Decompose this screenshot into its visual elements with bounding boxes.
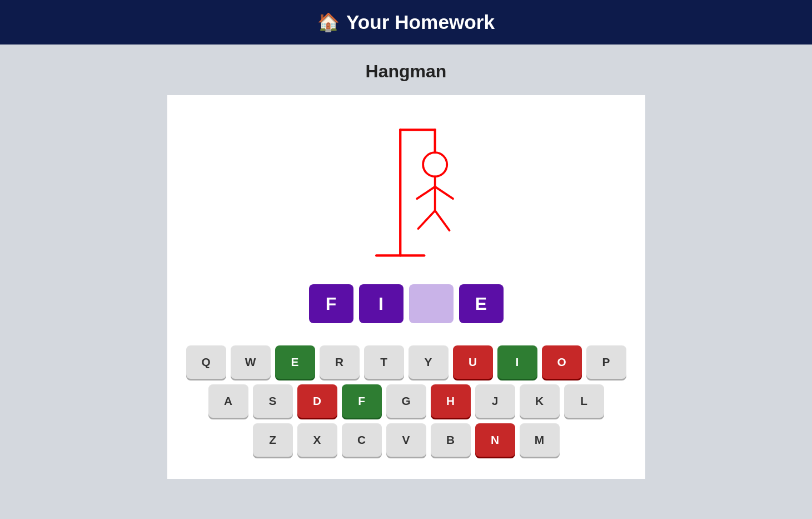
key-c[interactable]: C	[342, 423, 382, 457]
key-q[interactable]: Q	[186, 345, 226, 379]
key-k[interactable]: K	[520, 384, 560, 418]
keyboard-row-1: ASDFGHJKL	[208, 384, 604, 418]
key-t[interactable]: T	[364, 345, 404, 379]
app-title: Your Homework	[346, 11, 495, 33]
svg-line-9	[435, 211, 449, 231]
key-n[interactable]: N	[475, 423, 515, 457]
svg-line-8	[418, 211, 435, 229]
key-m[interactable]: M	[520, 423, 560, 457]
key-l[interactable]: L	[564, 384, 604, 418]
keyboard: QWERTYUIOPASDFGHJKLZXCVBNM	[186, 345, 626, 457]
key-f[interactable]: F	[342, 384, 382, 418]
word-tile-2	[409, 284, 454, 323]
svg-point-4	[423, 152, 447, 176]
key-b[interactable]: B	[431, 423, 471, 457]
key-g[interactable]: G	[386, 384, 426, 418]
word-tile-0: F	[309, 284, 353, 323]
key-u[interactable]: U	[453, 345, 493, 379]
page-title: Hangman	[366, 61, 447, 82]
key-y[interactable]: Y	[409, 345, 449, 379]
word-tile-1: I	[359, 284, 403, 323]
app-header: 🏠 Your Homework	[0, 0, 812, 45]
key-x[interactable]: X	[297, 423, 337, 457]
key-h[interactable]: H	[431, 384, 471, 418]
keyboard-row-2: ZXCVBNM	[253, 423, 560, 457]
key-r[interactable]: R	[320, 345, 360, 379]
key-d[interactable]: D	[297, 384, 337, 418]
key-w[interactable]: W	[231, 345, 271, 379]
key-a[interactable]: A	[208, 384, 248, 418]
word-tile-3: E	[459, 284, 504, 323]
key-j[interactable]: J	[475, 384, 515, 418]
key-z[interactable]: Z	[253, 423, 293, 457]
keyboard-row-0: QWERTYUIOP	[186, 345, 626, 379]
key-o[interactable]: O	[542, 345, 582, 379]
key-e[interactable]: E	[275, 345, 315, 379]
hangman-drawing	[340, 112, 473, 268]
key-p[interactable]: P	[586, 345, 626, 379]
header-icon: 🏠	[317, 12, 340, 33]
key-v[interactable]: V	[386, 423, 426, 457]
game-card: FIE QWERTYUIOPASDFGHJKLZXCVBNM	[167, 95, 645, 479]
key-i[interactable]: I	[497, 345, 537, 379]
word-display: FIE	[309, 284, 504, 323]
key-s[interactable]: S	[253, 384, 293, 418]
svg-line-7	[435, 187, 452, 199]
svg-line-6	[417, 187, 435, 199]
main-content: Hangman FIE QWERTYUI	[0, 45, 812, 519]
